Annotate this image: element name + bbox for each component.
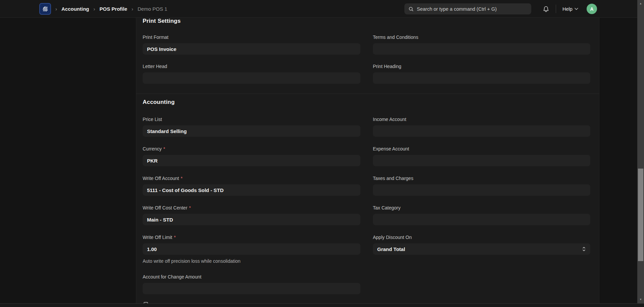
label-text: Write Off Account: [143, 176, 179, 181]
required-marker: *: [163, 146, 165, 151]
section-divider: [136, 94, 599, 94]
field-label: Tax Category: [373, 205, 590, 210]
help-label: Help: [562, 6, 573, 12]
terms-and-conditions-input[interactable]: [373, 43, 590, 55]
price-list-input[interactable]: [143, 125, 360, 137]
field-write-off-limit: Write Off Limit*: [143, 235, 360, 255]
field-write-off-cost-center: Write Off Cost Center*: [143, 205, 360, 225]
write-off-cost-center-input[interactable]: [143, 214, 360, 225]
label-text: Write Off Cost Center: [143, 205, 187, 210]
navbar-divider: [556, 5, 556, 13]
breadcrumb-demo-pos-1: Demo POS 1: [138, 6, 167, 12]
required-marker: *: [174, 235, 176, 240]
vertical-scrollbar[interactable]: ▲ ▼: [637, 0, 644, 303]
search-input[interactable]: [417, 6, 527, 12]
field-label: Income Account: [373, 117, 590, 122]
field-expense-account: Expense Account: [373, 146, 590, 166]
letter-head-input[interactable]: [143, 72, 360, 84]
section-title-accounting: Accounting: [143, 99, 175, 106]
account-for-change-amount-input[interactable]: [143, 283, 360, 294]
field-terms-and-conditions: Terms and Conditions: [373, 35, 590, 55]
breadcrumb-separator: ›: [94, 6, 95, 12]
field-apply-discount-on: Apply Discount On Grand Total: [373, 235, 590, 255]
breadcrumb-separator: ›: [55, 6, 57, 12]
label-text: Tax Category: [373, 205, 400, 210]
breadcrumb-pos-profile[interactable]: POS Profile: [100, 6, 128, 12]
label-text: Print Format: [143, 35, 168, 40]
required-marker: *: [181, 176, 182, 181]
breadcrumb-separator: ›: [132, 6, 133, 12]
field-label: Currency*: [143, 146, 360, 151]
expense-account-input[interactable]: [373, 155, 590, 166]
bell-icon: [543, 6, 549, 12]
print-heading-input[interactable]: [373, 72, 590, 84]
field-label: Price List: [143, 117, 360, 122]
field-account-for-change-amount: Account for Change Amount: [143, 274, 360, 294]
write-off-account-input[interactable]: [143, 184, 360, 196]
label-text: Income Account: [373, 117, 406, 122]
field-letter-head: Letter Head: [143, 64, 360, 84]
breadcrumb-accounting[interactable]: Accounting: [61, 6, 89, 12]
global-search[interactable]: [404, 3, 531, 14]
select-updown-icon: [582, 246, 586, 252]
label-text: Account for Change Amount: [143, 274, 201, 280]
write-off-limit-helper-text: Auto write off precision loss while cons…: [143, 258, 241, 264]
app-logo[interactable]: [39, 3, 51, 15]
tax-category-input[interactable]: [373, 214, 590, 225]
field-currency: Currency*: [143, 146, 360, 166]
notifications-button[interactable]: [542, 5, 550, 13]
label-text: Expense Account: [373, 146, 409, 151]
field-label: Taxes and Charges: [373, 176, 590, 181]
print-format-input[interactable]: [143, 43, 360, 55]
label-text: Price List: [143, 117, 162, 122]
field-label: Account for Change Amount: [143, 274, 360, 280]
apply-discount-on-select[interactable]: Grand Total: [373, 243, 590, 255]
taxes-and-charges-input[interactable]: [373, 184, 590, 196]
field-label: Write Off Account*: [143, 176, 360, 181]
label-text: Taxes and Charges: [373, 176, 413, 181]
selected-option: Grand Total: [377, 246, 405, 252]
field-label: Expense Account: [373, 146, 590, 151]
section-title-print-settings: Print Settings: [143, 18, 181, 24]
field-label: Print Format: [143, 35, 360, 40]
bottom-edge-strip: [0, 303, 644, 307]
field-label: Write Off Limit*: [143, 235, 360, 240]
field-print-heading: Print Heading: [373, 64, 590, 84]
field-tax-category: Tax Category: [373, 205, 590, 225]
frappe-logo-icon: [42, 5, 49, 12]
field-label: Letter Head: [143, 64, 360, 69]
field-label: Apply Discount On: [373, 235, 590, 240]
help-menu[interactable]: Help: [562, 0, 578, 18]
chevron-down-icon: [575, 8, 578, 10]
label-text: Letter Head: [143, 64, 167, 69]
scroll-up-arrow-icon[interactable]: ▲: [637, 1, 644, 6]
avatar-initial: A: [590, 6, 593, 12]
write-off-limit-input[interactable]: [143, 243, 360, 255]
label-text: Apply Discount On: [373, 235, 412, 240]
field-income-account: Income Account: [373, 117, 590, 137]
required-marker: *: [189, 205, 191, 210]
breadcrumb: › Accounting › POS Profile › Demo POS 1: [55, 0, 167, 18]
scroll-down-arrow-icon[interactable]: ▼: [637, 297, 644, 302]
currency-input[interactable]: [143, 155, 360, 166]
field-price-list: Price List: [143, 117, 360, 137]
navbar: › Accounting › POS Profile › Demo POS 1 …: [0, 0, 644, 18]
scrollbar-thumb[interactable]: [638, 169, 643, 261]
field-label: Terms and Conditions: [373, 35, 590, 40]
field-label: Print Heading: [373, 64, 590, 69]
user-avatar[interactable]: A: [587, 4, 597, 14]
label-text: Write Off Limit: [143, 235, 172, 240]
field-print-format: Print Format: [143, 35, 360, 55]
field-write-off-account: Write Off Account*: [143, 176, 360, 196]
label-text: Currency: [143, 146, 162, 151]
pos-profile-form: Print Settings Print Format Terms and Co…: [136, 18, 599, 307]
income-account-input[interactable]: [373, 125, 590, 137]
label-text: Terms and Conditions: [373, 35, 418, 40]
field-label: Write Off Cost Center*: [143, 205, 360, 210]
search-icon: [408, 6, 414, 12]
label-text: Print Heading: [373, 64, 401, 69]
field-taxes-and-charges: Taxes and Charges: [373, 176, 590, 196]
